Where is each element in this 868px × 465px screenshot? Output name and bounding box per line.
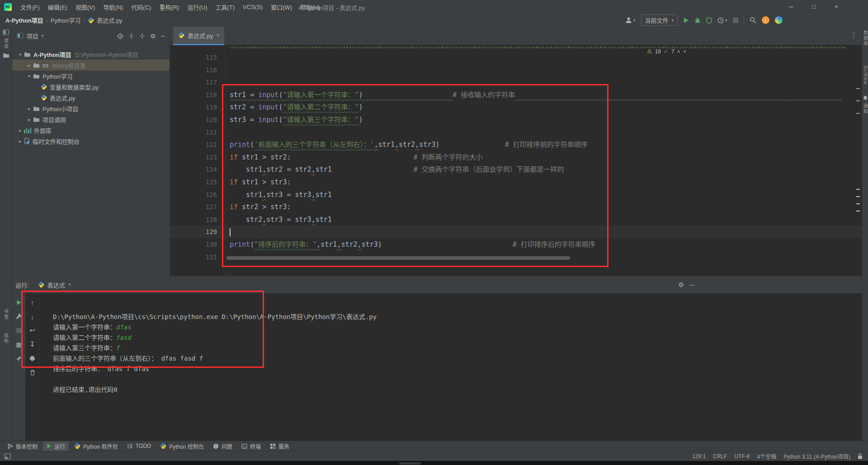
coverage-button[interactable] (706, 17, 712, 23)
tree-chevron-icon[interactable]: ▸ (16, 139, 24, 144)
expand-all-button[interactable] (128, 33, 134, 39)
tree-chevron-icon[interactable]: ▾ (16, 52, 24, 57)
collapse-all-button[interactable] (139, 33, 145, 39)
toolwindow-button-终端[interactable]: 终端 (238, 442, 264, 451)
next-issue-button[interactable]: ∨ (683, 49, 686, 54)
tree-row[interactable]: 表达式.py (12, 92, 170, 103)
profiler-button[interactable]: ▾ (717, 17, 727, 23)
up-stack-trace-icon[interactable]: ↑ (27, 297, 38, 308)
code-line[interactable]: 125if str1 > str3: (170, 176, 862, 188)
locate-file-button[interactable] (117, 33, 123, 39)
inspection-widget[interactable]: ⚠ 18 ✓ 7 ∧ ∨ (647, 48, 686, 55)
tab-options-icon[interactable]: ⋮ (850, 31, 857, 39)
code-line[interactable]: 121 (170, 126, 862, 139)
menu-item[interactable]: 编辑(E) (44, 0, 71, 14)
sidebar-item-sciview[interactable]: SciView (862, 66, 868, 85)
run-configuration-select[interactable]: 当前文件 ▾ (641, 14, 678, 26)
tree-chevron-icon[interactable]: ▸ (25, 117, 33, 122)
code-line[interactable]: 126 str1,str3 = str3,str1 (170, 188, 862, 201)
soft-wrap-icon[interactable]: ↩ (27, 325, 38, 336)
debug-button[interactable] (694, 17, 701, 23)
code-line[interactable]: 119str2 = input("请输入第二个字符串：") (170, 101, 862, 113)
file-encoding[interactable]: UTF-8 (734, 453, 750, 460)
close-icon[interactable]: × (68, 282, 71, 288)
code-with-me-icon[interactable] (775, 16, 783, 24)
project-panel-title[interactable]: 项目 (27, 32, 38, 40)
gear-icon[interactable]: ⚙ (150, 33, 156, 40)
menu-item[interactable]: 文件(F) (16, 0, 44, 14)
breadcrumb-item[interactable]: 表达式.py (97, 16, 122, 24)
sidebar-item-notifications[interactable]: 通知 (862, 103, 868, 114)
caret-position[interactable]: 129:1 (692, 453, 706, 460)
python-interpreter[interactable]: Python 3.11 (A-Python项目) (783, 452, 850, 460)
hide-panel-button[interactable]: ─ (690, 282, 694, 288)
breadcrumb-item[interactable]: A-Python项目 (5, 16, 43, 24)
code-line[interactable]: 131 (170, 251, 862, 263)
layout-icon[interactable] (5, 453, 11, 460)
edit-configuration-icon[interactable] (13, 311, 25, 322)
tree-chevron-icon[interactable]: ▸ (16, 128, 24, 133)
menu-item[interactable]: VCS(S) (239, 1, 267, 13)
code-line[interactable]: 123if str1 > str2: # 判断两个字符的大小 (170, 151, 862, 164)
close-icon[interactable]: × (216, 32, 219, 38)
prev-issue-button[interactable]: ∧ (677, 49, 680, 54)
hide-panel-button[interactable]: ─ (161, 33, 165, 39)
code-line[interactable]: 118str1 = input("请输入第一个字符串：") # 接收输入的字符串 (170, 89, 862, 101)
menu-item[interactable]: 重构(R) (155, 0, 183, 14)
code-line[interactable]: 116 (170, 64, 862, 76)
menu-item[interactable]: 视图(V) (71, 0, 99, 14)
tree-row[interactable]: ▸Python小项目 (12, 103, 170, 114)
clear-all-icon[interactable] (27, 367, 38, 378)
console-output[interactable]: D:\Python\A-Python项目\cs\Scripts\python.e… (53, 312, 857, 395)
rerun-button[interactable] (13, 297, 25, 308)
tree-row[interactable]: ▸临时文件和控制台 (12, 136, 170, 146)
code-area[interactable]: 115116117118str1 = input("请输入第一个字符串：") #… (170, 45, 862, 276)
toolwindow-button-运行[interactable]: 运行 (43, 442, 69, 451)
profile-menu[interactable]: ▾ (625, 17, 636, 23)
code-line[interactable]: 120str3 = input("请输入第三个字符串：") (170, 113, 862, 126)
tree-row[interactable]: ▸cslibrary根目录 (12, 60, 170, 70)
chevron-down-icon[interactable]: ▾ (42, 33, 44, 38)
sidebar-item-structure[interactable]: 结构 (0, 333, 12, 344)
code-line[interactable]: 127if str2 > str3: (170, 201, 862, 213)
tree-chevron-icon[interactable]: ▾ (25, 74, 33, 79)
tree-chevron-icon[interactable]: ▸ (25, 106, 33, 111)
pin-icon[interactable] (13, 353, 25, 364)
code-line[interactable]: 128 str2,str3 = str3,str1 (170, 213, 862, 226)
minimize-button[interactable]: ─ (783, 0, 799, 14)
tree-row[interactable]: 变量和数据类型.py (12, 81, 170, 92)
run-button[interactable] (683, 17, 689, 23)
code-line[interactable]: 124 str1,str2 = str2,str1 # 交换两个字符串（后面会学… (170, 163, 862, 176)
menu-item[interactable]: 导航(N) (99, 0, 127, 14)
indent-style[interactable]: 4个空格 (757, 452, 776, 460)
editor-tab-active[interactable]: 表达式.py × (173, 27, 224, 45)
breadcrumb-item[interactable]: Python学习 (51, 16, 80, 24)
toolwindow-button-python-控制台[interactable]: Python 控制台 (156, 442, 208, 451)
menu-item[interactable]: 工具(T) (211, 0, 239, 14)
toolwindow-button-版本控制[interactable]: 版本控制 (4, 442, 41, 451)
toolwindow-button-todo[interactable]: TODO (123, 442, 155, 450)
gear-icon[interactable]: ⚙ (678, 281, 684, 288)
project-tool-icon[interactable] (3, 29, 9, 35)
code-line[interactable]: 129 (170, 225, 862, 238)
sidebar-item-bookmarks[interactable]: 书签 (0, 309, 12, 320)
run-tab[interactable]: 表达式 × (35, 276, 74, 293)
sidebar-item-database[interactable]: 数据库 (862, 30, 868, 47)
stop-button[interactable] (733, 18, 738, 23)
tree-chevron-icon[interactable]: ▸ (25, 63, 33, 68)
sidebar-item-project[interactable]: 项目 (3, 38, 9, 49)
tree-row[interactable]: ▾Python学习 (12, 70, 170, 81)
menu-item[interactable]: 代码(C) (127, 0, 155, 14)
code-line[interactable]: 115 (170, 51, 862, 64)
bell-icon[interactable] (862, 95, 868, 101)
tree-row[interactable]: ▸项目调用 (12, 114, 170, 125)
toolwindow-button-服务[interactable]: 服务 (266, 442, 293, 451)
stop-icon[interactable] (13, 325, 25, 336)
menu-item[interactable]: 窗口(W) (267, 0, 296, 14)
toolwindow-button-python-软件包[interactable]: Python 软件包 (71, 442, 122, 451)
line-separator[interactable]: CRLF (713, 453, 727, 460)
scroll-to-end-icon[interactable]: ↧ (27, 339, 38, 350)
tree-row[interactable]: ▸外部库 (12, 125, 170, 136)
close-button[interactable]: × (828, 0, 844, 14)
update-available-icon[interactable]: ↑ (762, 16, 769, 24)
